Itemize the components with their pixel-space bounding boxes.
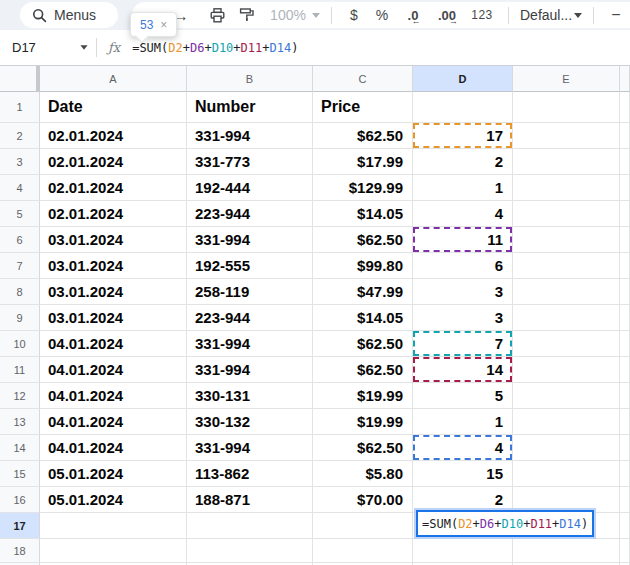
cell[interactable]: 17 bbox=[413, 123, 513, 149]
cell[interactable]: 02.01.2024 bbox=[40, 123, 187, 149]
cell[interactable]: 188-871 bbox=[187, 487, 313, 513]
cell[interactable] bbox=[513, 92, 620, 123]
cell[interactable]: 05.01.2024 bbox=[40, 461, 187, 487]
column-header-a[interactable]: A bbox=[40, 66, 187, 92]
cell[interactable]: $47.99 bbox=[313, 279, 413, 305]
cell[interactable]: 4 bbox=[413, 435, 513, 461]
decrease-font-size-button[interactable]: − bbox=[603, 3, 629, 27]
decrease-decimal-button[interactable]: .0← bbox=[397, 3, 429, 27]
cell[interactable]: 02.01.2024 bbox=[40, 149, 187, 175]
cell[interactable]: 02.01.2024 bbox=[40, 201, 187, 227]
font-select[interactable]: Defaul... bbox=[518, 3, 584, 27]
cell[interactable]: $99.80 bbox=[313, 253, 413, 279]
cell[interactable]: 1 bbox=[413, 409, 513, 435]
cell[interactable] bbox=[187, 539, 313, 563]
cell[interactable]: 223-944 bbox=[187, 201, 313, 227]
more-formats-button[interactable]: 123 bbox=[465, 3, 499, 27]
cell[interactable] bbox=[513, 383, 620, 409]
cell[interactable] bbox=[313, 513, 413, 539]
row-header[interactable]: 4 bbox=[0, 175, 40, 201]
cell[interactable] bbox=[620, 487, 630, 513]
cell[interactable]: 223-944 bbox=[187, 305, 313, 331]
cell[interactable] bbox=[620, 331, 630, 357]
column-header-f[interactable] bbox=[620, 66, 630, 92]
cell[interactable] bbox=[620, 253, 630, 279]
cell[interactable] bbox=[620, 201, 630, 227]
cell[interactable]: $62.50 bbox=[313, 357, 413, 383]
cell[interactable]: 331-994 bbox=[187, 331, 313, 357]
cell-editor[interactable]: =SUM(D2+D6+D10+D11+D14) bbox=[416, 510, 594, 537]
cell[interactable]: $62.50 bbox=[313, 123, 413, 149]
cell[interactable] bbox=[513, 409, 620, 435]
row-header[interactable]: 1 bbox=[0, 92, 40, 123]
cell[interactable] bbox=[620, 149, 630, 175]
row-header[interactable]: 18 bbox=[0, 539, 40, 563]
cell[interactable] bbox=[513, 435, 620, 461]
name-box-dropdown-icon[interactable] bbox=[80, 45, 87, 50]
cell[interactable] bbox=[620, 357, 630, 383]
cell[interactable]: 1 bbox=[413, 175, 513, 201]
cell[interactable]: $129.99 bbox=[313, 175, 413, 201]
increase-decimal-button[interactable]: .00→ bbox=[429, 3, 465, 27]
row-header[interactable]: 2 bbox=[0, 123, 40, 149]
row-header[interactable]: 5 bbox=[0, 201, 40, 227]
cell[interactable]: Number bbox=[187, 92, 313, 123]
cell[interactable]: $17.99 bbox=[313, 149, 413, 175]
formula-input[interactable]: =SUM(D2+D6+D10+D11+D14) bbox=[132, 41, 298, 55]
row-header[interactable]: 11 bbox=[0, 357, 40, 383]
row-header[interactable]: 3 bbox=[0, 149, 40, 175]
cell[interactable] bbox=[513, 279, 620, 305]
cell[interactable]: 04.01.2024 bbox=[40, 383, 187, 409]
cell[interactable]: 11 bbox=[413, 227, 513, 253]
cell[interactable]: 04.01.2024 bbox=[40, 409, 187, 435]
row-header[interactable]: 12 bbox=[0, 383, 40, 409]
cell[interactable]: 04.01.2024 bbox=[40, 435, 187, 461]
cell[interactable]: 03.01.2024 bbox=[40, 253, 187, 279]
column-header-b[interactable]: B bbox=[187, 66, 313, 92]
cell[interactable] bbox=[620, 513, 630, 539]
row-header[interactable]: 14 bbox=[0, 435, 40, 461]
tooltip-close-button[interactable]: × bbox=[160, 18, 167, 32]
cell[interactable] bbox=[187, 513, 313, 539]
cell[interactable] bbox=[620, 435, 630, 461]
cell[interactable]: 331-773 bbox=[187, 149, 313, 175]
cell[interactable] bbox=[513, 149, 620, 175]
cell[interactable] bbox=[620, 461, 630, 487]
cell[interactable]: 4 bbox=[413, 201, 513, 227]
cell[interactable]: $14.05 bbox=[313, 201, 413, 227]
cell[interactable] bbox=[620, 175, 630, 201]
cell[interactable]: Price bbox=[313, 92, 413, 123]
cell[interactable]: 3 bbox=[413, 279, 513, 305]
paint-format-button[interactable] bbox=[232, 3, 262, 27]
select-all-corner[interactable] bbox=[0, 66, 40, 92]
row-header[interactable]: 15 bbox=[0, 461, 40, 487]
cell[interactable]: 331-994 bbox=[187, 123, 313, 149]
cell[interactable]: 03.01.2024 bbox=[40, 279, 187, 305]
cell[interactable]: 7 bbox=[413, 331, 513, 357]
cell[interactable]: 14 bbox=[413, 357, 513, 383]
cell[interactable]: 5 bbox=[413, 383, 513, 409]
cell[interactable] bbox=[513, 201, 620, 227]
cell[interactable]: 05.01.2024 bbox=[40, 487, 187, 513]
cell[interactable]: 15 bbox=[413, 461, 513, 487]
cell[interactable] bbox=[620, 305, 630, 331]
cell[interactable]: $14.05 bbox=[313, 305, 413, 331]
cell[interactable]: 192-555 bbox=[187, 253, 313, 279]
cell[interactable]: $19.99 bbox=[313, 383, 413, 409]
cell[interactable] bbox=[620, 92, 630, 123]
cell[interactable]: 03.01.2024 bbox=[40, 305, 187, 331]
cell[interactable]: 331-994 bbox=[187, 357, 313, 383]
cell[interactable]: 113-862 bbox=[187, 461, 313, 487]
cell[interactable] bbox=[620, 279, 630, 305]
cell[interactable]: 04.01.2024 bbox=[40, 357, 187, 383]
zoom-select[interactable]: 100% bbox=[268, 3, 322, 27]
cell[interactable]: $70.00 bbox=[313, 487, 413, 513]
cell[interactable] bbox=[513, 461, 620, 487]
cell[interactable]: 192-444 bbox=[187, 175, 313, 201]
cell[interactable] bbox=[413, 539, 513, 563]
row-header[interactable]: 8 bbox=[0, 279, 40, 305]
row-header[interactable]: 13 bbox=[0, 409, 40, 435]
print-button[interactable] bbox=[202, 3, 232, 27]
cell[interactable] bbox=[620, 227, 630, 253]
cell[interactable] bbox=[620, 383, 630, 409]
